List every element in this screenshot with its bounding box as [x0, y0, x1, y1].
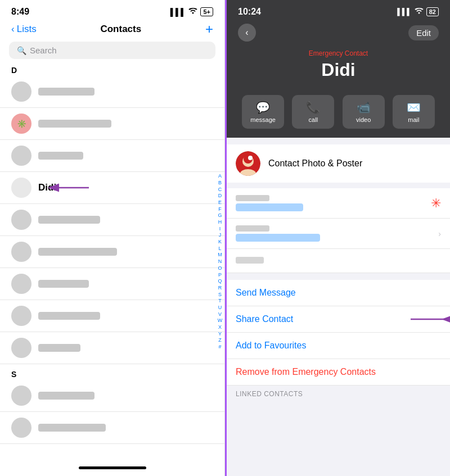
- section-header-s: S: [0, 369, 224, 380]
- list-item[interactable]: [0, 236, 224, 268]
- contact-name: [38, 120, 111, 128]
- back-button-right[interactable]: ‹: [238, 24, 256, 42]
- right-panel: 10:24 ▌▌▌ 82 ‹ Edit Emergency Contact Di…: [225, 0, 450, 476]
- home-bar: [79, 466, 146, 469]
- phone-detail-row[interactable]: ✳: [227, 188, 450, 219]
- avatar: [11, 242, 32, 262]
- avatar: [11, 306, 32, 326]
- video-action-button[interactable]: 📹 video: [343, 95, 385, 129]
- action-buttons-row: 💬 message 📞 call 📹 video ✉️ mail: [227, 95, 450, 138]
- avatar: [11, 386, 32, 406]
- contact-display-name: Didi: [227, 60, 450, 80]
- avatar: [11, 81, 32, 102]
- share-contact-label: Share Contact: [236, 314, 293, 324]
- emergency-contact-label: Emergency Contact: [227, 49, 450, 57]
- contact-name: [38, 280, 89, 288]
- back-button-left[interactable]: ‹ Lists: [11, 24, 37, 35]
- search-placeholder: Search: [30, 46, 57, 55]
- action-list: Send Message Share Contact Add to Favour…: [227, 280, 450, 386]
- send-message-button[interactable]: Send Message: [227, 280, 450, 306]
- mail-icon: ✉️: [407, 101, 421, 114]
- video-label: video: [356, 116, 371, 123]
- email-detail-row[interactable]: ›: [227, 219, 450, 249]
- message-label: message: [250, 116, 276, 123]
- list-item-didi[interactable]: Didi: [0, 172, 224, 204]
- send-message-label: Send Message: [236, 288, 296, 297]
- contact-header: 10:24 ▌▌▌ 82 ‹ Edit Emergency Contact Di…: [227, 0, 450, 138]
- wifi-icon-right: [415, 8, 424, 16]
- call-icon: 📞: [306, 101, 320, 114]
- status-icons-left: ▌▌▌ 5+: [170, 7, 213, 16]
- message-action-button[interactable]: 💬 message: [242, 95, 284, 129]
- contact-name: [38, 392, 94, 400]
- call-action-button[interactable]: 📞 call: [292, 95, 334, 129]
- add-to-favourites-label: Add to Favourites: [236, 341, 306, 350]
- emergency-asterisk-icon: ✳: [431, 196, 441, 211]
- phone-label: [236, 195, 269, 201]
- linked-contacts-label: LINKED CONTACTS: [227, 386, 450, 400]
- alphabet-index[interactable]: A B C D E F G H I J K L M N O P Q R S T …: [215, 65, 224, 459]
- avatar: [11, 210, 32, 230]
- battery-right: 82: [426, 7, 439, 16]
- contact-name: [38, 248, 117, 256]
- search-bar[interactable]: 🔍 Search: [9, 42, 215, 59]
- search-icon: 🔍: [17, 46, 26, 55]
- battery-icon-left: 5+: [200, 7, 213, 16]
- video-icon: 📹: [357, 101, 371, 114]
- contact-name: [38, 152, 83, 160]
- share-contact-button[interactable]: Share Contact: [227, 306, 450, 333]
- contact-name: [38, 344, 80, 352]
- avatar: ✳️: [11, 114, 32, 134]
- contact-photo-thumb: [236, 151, 260, 176]
- arrow-annotation: [39, 180, 90, 196]
- list-item[interactable]: ✳️: [0, 108, 224, 140]
- phone-detail-content: [236, 195, 431, 211]
- contact-nav: ‹ Edit: [227, 21, 450, 49]
- email-detail-content: [236, 225, 438, 242]
- message-icon: 💬: [256, 101, 270, 114]
- list-item[interactable]: [0, 332, 224, 364]
- left-panel: 8:49 ▌▌▌ 5+ ‹ Lists Contacts + 🔍 Search …: [0, 0, 225, 476]
- page-title-left: Contacts: [100, 24, 141, 35]
- email-value: [236, 234, 320, 242]
- email-label: [236, 225, 269, 232]
- add-button-left[interactable]: +: [205, 22, 213, 36]
- contact-name: [38, 312, 100, 320]
- note-label: [236, 257, 264, 264]
- time-right: 10:24: [238, 7, 261, 17]
- wifi-icon-left: [188, 8, 197, 16]
- contacts-list: D ✳️ Didi: [0, 65, 224, 459]
- status-bar-right: 10:24 ▌▌▌ 82: [227, 0, 450, 21]
- section-header-d: D: [0, 65, 224, 76]
- mail-action-button[interactable]: ✉️ mail: [393, 95, 435, 129]
- remove-emergency-label: Remove from Emergency Contacts: [236, 367, 376, 377]
- contact-name: [38, 216, 100, 224]
- status-bar-left: 8:49 ▌▌▌ 5+: [0, 0, 224, 20]
- avatar: [11, 274, 32, 294]
- list-item[interactable]: [0, 76, 224, 108]
- contact-name: [38, 424, 106, 432]
- time-left: 8:49: [11, 7, 29, 17]
- status-icons-right: ▌▌▌ 82: [397, 7, 439, 16]
- signal-icon-right: ▌▌▌: [397, 8, 412, 16]
- nav-bar-left: ‹ Lists Contacts +: [0, 20, 224, 42]
- contact-detail-section: ✳ ›: [227, 188, 450, 273]
- svg-point-3: [248, 156, 253, 160]
- remove-emergency-button[interactable]: Remove from Emergency Contacts: [227, 359, 450, 386]
- avatar: [11, 146, 32, 166]
- list-item[interactable]: [0, 380, 224, 412]
- list-item[interactable]: [0, 412, 224, 444]
- list-item[interactable]: [0, 300, 224, 332]
- phone-value: [236, 203, 303, 211]
- edit-button[interactable]: Edit: [408, 25, 439, 40]
- share-contact-arrow: [411, 311, 450, 327]
- contact-name: [38, 88, 94, 96]
- add-to-favourites-button[interactable]: Add to Favourites: [227, 333, 450, 359]
- photo-poster-row[interactable]: Contact Photo & Poster: [227, 144, 450, 183]
- list-item[interactable]: [0, 140, 224, 172]
- back-label[interactable]: Lists: [17, 24, 37, 35]
- list-item[interactable]: [0, 268, 224, 300]
- note-row: [227, 249, 450, 273]
- list-item[interactable]: [0, 204, 224, 236]
- avatar: [11, 418, 32, 438]
